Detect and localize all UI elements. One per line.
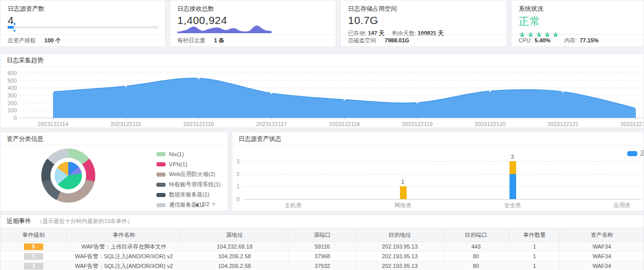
event-cell: 59116: [288, 242, 357, 252]
event-cell: 104.206.2.58: [181, 261, 288, 270]
event-row: 3WAF告警：SQL注入(AND/OR/XOR) v2104.206.2.583…: [1, 261, 643, 270]
footer-value: 100 个: [44, 37, 61, 43]
bar-segment-yellow: [400, 186, 407, 199]
legend-swatch-blue: [627, 151, 637, 156]
events-subtitle: （显示最近十分钟内最新的10条事件）: [37, 218, 132, 224]
event-cell: 202.193.95.13: [357, 242, 443, 252]
trend-x-tick: 2023122114: [30, 121, 76, 127]
trend-y-tick: 600: [2, 70, 17, 76]
trend-x-tick: 2023122120: [467, 121, 513, 127]
event-cell: 104.206.2.58: [181, 252, 288, 261]
event-cell: 5: [1, 242, 67, 252]
event-cell: 443: [443, 242, 509, 252]
bar-x-tick: 安全类: [490, 202, 535, 209]
asset-classification-panel: 资产分类信息 Nix(1)VPN(1)Web应用防火墙(2)特权账号管理系统(1…: [0, 132, 228, 211]
donut-legend-item[interactable]: Nix(1): [156, 150, 221, 158]
donut-legend-item[interactable]: 特权账号管理系统(1): [156, 180, 221, 189]
mem-label: 内存:: [565, 37, 577, 43]
footer-value: 1 条: [214, 37, 224, 43]
card-title: 日志存储占用空间: [341, 1, 506, 13]
event-cell: WAF34: [560, 242, 643, 252]
storage-used: 10.7G: [341, 13, 506, 27]
legend-swatch: [156, 152, 166, 156]
donut-panel-title: 资产分类信息: [1, 132, 228, 145]
event-cell: WAF34: [560, 252, 643, 261]
trend-x-tick: 2023122115: [103, 121, 149, 127]
log-source-count: 4: [1, 13, 165, 27]
donut-inner-pie: [55, 162, 82, 189]
event-cell: 3: [1, 252, 67, 261]
card-footer: 总资产授权 100 个: [1, 34, 165, 46]
cpu-value: 5.40%: [534, 37, 550, 43]
legend-label: Web应用防火墙(2): [169, 170, 216, 178]
bar-y-tick: 1: [232, 183, 239, 189]
event-row: 5WAF告警：上传目录存在脚本文件104.232.68.1859116202.1…: [1, 242, 643, 252]
asset-usage-slider[interactable]: [8, 26, 158, 29]
bar-segment-yellow: [509, 161, 516, 174]
event-cell: 37968: [288, 252, 357, 261]
events-col-header: 目的地址: [357, 228, 443, 242]
log-trend-area-chart: 0100200300400500600202312211420231221152…: [1, 67, 643, 128]
event-cell: WAF告警：SQL注入(AND/OR/XOR) v2: [67, 252, 181, 261]
slider-fill: [8, 26, 14, 29]
card-title: 系统状况: [512, 1, 643, 13]
footer-label: 每秒日志量: [177, 37, 205, 43]
trend-x-tick: 2023122118: [321, 121, 367, 127]
card-logs-received: 日志接收总数 1,400,924 每秒日志量 1 条: [170, 0, 336, 47]
recent-events-panel: 近期事件 （显示最近十分钟内最新的10条事件） 事件级别事件名称源地址源端口目的…: [0, 214, 644, 270]
trend-x-tick: 2023122119: [394, 121, 440, 127]
bar-x-tick: 网络类: [380, 202, 426, 209]
trend-svg: [1, 67, 644, 120]
donut-legend-item[interactable]: VPN(1): [156, 160, 221, 168]
event-cell: 1: [509, 252, 560, 261]
legend-clipped-label: 正常: [640, 150, 644, 157]
bar-y-tick: 0: [232, 196, 239, 202]
pager-page: 2/2: [202, 201, 209, 207]
donut-legend-item[interactable]: 数据库服务器(1): [156, 190, 221, 199]
events-col-header: 资产名称: [560, 228, 643, 242]
card-system-status: 系统状况 正常 ★★★★★ CPU: 5.40% 内存: 77.15%: [511, 0, 644, 47]
bar-y-tick: 3: [232, 158, 239, 164]
bar-x-tick: 应用类: [599, 202, 644, 209]
card-log-storage: 日志存储占用空间 10.7G 已存储: 147 天 剩余天数: 100821 天…: [340, 0, 507, 47]
event-cell: 202.193.95.13: [357, 252, 443, 261]
event-cell: 80: [443, 252, 509, 261]
bar-segment-blue: [509, 174, 516, 199]
trend-x-tick: 2023122122: [613, 121, 644, 127]
event-cell: 37932: [288, 261, 357, 270]
footer-label: 总磁盘空间: [348, 37, 376, 43]
event-row: 3WAF告警：SQL注入(AND/OR/XOR) v2104.206.2.583…: [1, 252, 643, 261]
bar-panel-title: 日志源资产状态: [232, 132, 643, 145]
card-log-source-assets: 日志源资产数 4 总资产授权 100 个: [0, 0, 166, 47]
events-col-header: 目的端口: [443, 228, 509, 242]
card-title: 日志接收总数: [170, 1, 336, 13]
bar-value-label: 3: [505, 154, 520, 160]
events-col-header: 源端口: [288, 228, 357, 242]
pager-down-icon[interactable]: ▼: [211, 201, 217, 207]
trend-x-tick: 2023122117: [249, 121, 294, 127]
bar-gridline: [244, 161, 641, 162]
bar-value-label: 1: [395, 179, 411, 185]
donut-legend-item[interactable]: Web应用防火墙(2): [156, 170, 221, 179]
trend-x-tick: 2023122116: [176, 121, 222, 127]
bar-legend-item[interactable]: 正常: [627, 150, 644, 157]
slider-tick-bottom: [14, 30, 15, 32]
legend-swatch: [156, 193, 166, 197]
asset-donut-chart: Nix(1)VPN(1)Web应用防火墙(2)特权账号管理系统(1)数据库服务器…: [1, 145, 228, 211]
event-cell: 1: [509, 261, 560, 270]
log-trend-panel: 日志采集趋势 010020030040050060020231221142023…: [0, 53, 644, 128]
events-title: 近期事件: [7, 217, 31, 225]
legend-swatch: [156, 173, 166, 177]
events-table: 事件级别事件名称源地址源端口目的地址目的端口事件数量资产名称5WAF告警：上传目…: [1, 228, 643, 270]
events-col-header: 源地址: [181, 228, 288, 242]
pager-up-icon[interactable]: ▲: [195, 201, 200, 207]
system-status-value: 正常: [512, 13, 643, 29]
event-cell: 202.193.95.13: [357, 261, 443, 270]
trend-y-tick: 0: [2, 115, 17, 121]
event-cell: 80: [443, 261, 509, 270]
legend-swatch: [156, 162, 166, 166]
logs-sparkline-chart: [177, 20, 272, 33]
trend-y-tick: 200: [2, 100, 17, 106]
log-source-status-panel: 日志源资产状态 正常 0123主机类网络类1安全类3应用类: [232, 132, 644, 211]
bar-x-tick: 主机类: [270, 202, 316, 209]
